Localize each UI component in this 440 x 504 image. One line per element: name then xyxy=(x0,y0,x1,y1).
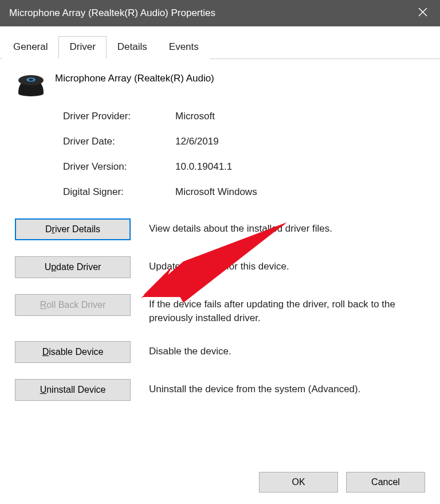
webcam-icon xyxy=(15,72,45,95)
date-label: Driver Date: xyxy=(63,136,159,147)
provider-label: Driver Provider: xyxy=(63,111,159,122)
update-driver-button[interactable]: Update Driver xyxy=(15,256,131,278)
tab-details[interactable]: Details xyxy=(107,36,158,59)
roll-back-driver-button: Roll Back Driver xyxy=(15,294,131,316)
svg-point-5 xyxy=(29,79,33,81)
uninstall-device-button[interactable]: Uninstall Device xyxy=(15,379,131,401)
cancel-button[interactable]: Cancel xyxy=(346,472,425,493)
roll-back-driver-description: If the device fails after updating the d… xyxy=(149,294,425,325)
disable-device-description: Disable the device. xyxy=(149,341,425,358)
driver-details-description: View details about the installed driver … xyxy=(149,218,425,236)
date-value: 12/6/2019 xyxy=(175,136,425,147)
version-value: 10.0.19041.1 xyxy=(175,161,425,173)
disable-device-button[interactable]: Disable Device xyxy=(15,341,131,363)
tab-driver[interactable]: Driver xyxy=(58,36,106,59)
ok-button[interactable]: OK xyxy=(259,472,338,493)
tab-content: Microphone Array (Realtek(R) Audio) Driv… xyxy=(0,59,440,424)
device-name: Microphone Array (Realtek(R) Audio) xyxy=(55,72,214,84)
tab-events[interactable]: Events xyxy=(158,36,210,59)
uninstall-device-description: Uninstall the device from the system (Ad… xyxy=(149,379,425,396)
device-header: Microphone Array (Realtek(R) Audio) xyxy=(15,72,425,95)
update-driver-description: Update the driver for this device. xyxy=(149,256,425,274)
dialog-button-row: OK Cancel xyxy=(0,472,440,504)
window-title: Microphone Array (Realtek(R) Audio) Prop… xyxy=(9,7,415,19)
driver-details-button[interactable]: Driver Details xyxy=(15,218,131,240)
version-label: Driver Version: xyxy=(63,161,159,173)
provider-value: Microsoft xyxy=(175,111,425,122)
tab-strip: General Driver Details Events xyxy=(0,36,440,59)
signer-label: Digital Signer: xyxy=(63,186,159,198)
titlebar: Microphone Array (Realtek(R) Audio) Prop… xyxy=(0,0,440,26)
close-icon[interactable] xyxy=(415,7,431,20)
signer-value: Microsoft Windows xyxy=(175,186,425,198)
tab-general[interactable]: General xyxy=(2,36,58,59)
driver-info-grid: Driver Provider: Microsoft Driver Date: … xyxy=(63,111,425,198)
